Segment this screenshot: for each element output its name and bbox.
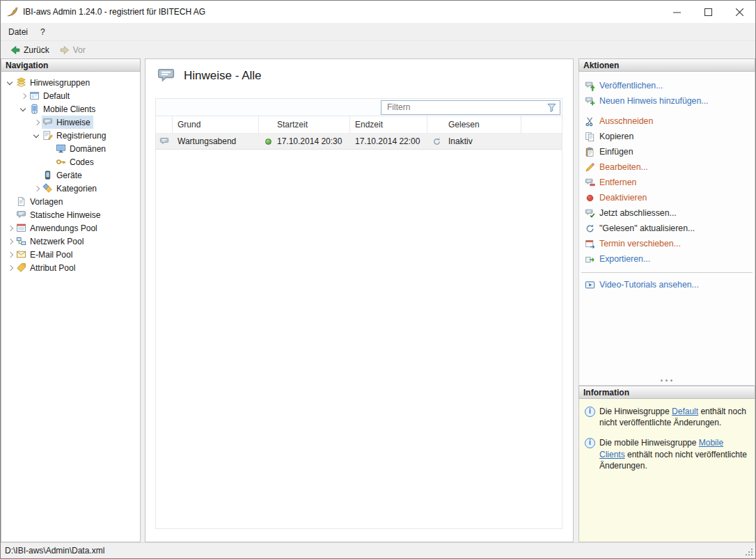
- sidebar-item-netzwerk-pool[interactable]: Netzwerk Pool: [1, 235, 140, 248]
- sidebar-item-vorlagen[interactable]: Vorlagen: [1, 195, 140, 208]
- app-icon: [6, 6, 19, 18]
- attribute-pool-icon: [16, 262, 26, 273]
- chevron-right-icon[interactable]: [19, 90, 29, 102]
- action-entfernen[interactable]: Entfernen: [579, 175, 755, 190]
- maximize-icon: [704, 8, 712, 16]
- close-button[interactable]: [724, 1, 755, 23]
- action-ausschneiden[interactable]: Ausschneiden: [579, 113, 755, 129]
- chevron-right-icon[interactable]: [6, 223, 15, 234]
- copy-icon: [585, 132, 595, 142]
- sidebar-item-registrierung[interactable]: Registrierung: [1, 129, 140, 142]
- sidebar-item-email-pool[interactable]: E-Mail Pool: [1, 248, 140, 261]
- categories-icon: [42, 183, 53, 194]
- navigation-header: Navigation: [1, 58, 141, 72]
- content-panel: Hinweise - Alle Grund Startzeit Endzeit …: [145, 58, 574, 542]
- forward-button[interactable]: Vor: [54, 43, 90, 57]
- actions-header: Aktionen: [578, 58, 755, 72]
- sidebar-item-label: Hinweisgruppen: [30, 78, 90, 88]
- toolbar: Zurück Vor: [1, 40, 755, 58]
- table-row[interactable]: Wartungsabend 17.10.2014 20:30 17.10.201…: [156, 134, 562, 150]
- action-label: Kopieren: [599, 132, 633, 141]
- codes-icon: [56, 157, 66, 167]
- cell-startzeit: 17.10.2014 20:30: [259, 134, 350, 149]
- action-einfuegen[interactable]: Einfügen: [579, 144, 755, 159]
- back-button[interactable]: Zurück: [5, 43, 54, 57]
- chevron-placeholder: [45, 157, 55, 168]
- sidebar-item-domaenen[interactable]: Domänen: [1, 142, 140, 155]
- minimize-button[interactable]: [661, 1, 693, 23]
- hint-groups-icon: [16, 77, 26, 88]
- sidebar-item-anwendungs-pool[interactable]: Anwendungs Pool: [1, 221, 140, 235]
- column-header-grund[interactable]: Grund: [173, 116, 259, 133]
- actions-divider: [581, 272, 753, 273]
- note-prefix: Die Hinweisgruppe: [599, 407, 672, 416]
- sidebar-item-label: Attribut Pool: [30, 263, 75, 273]
- action-termin-verschieben[interactable]: Termin verschieben...: [579, 236, 755, 251]
- menu-datei[interactable]: Datei: [2, 25, 34, 39]
- minimize-icon: [673, 8, 681, 16]
- chevron-down-icon[interactable]: [6, 77, 15, 88]
- action-bearbeiten[interactable]: Bearbeiten...: [579, 159, 755, 175]
- maximize-button[interactable]: [693, 1, 724, 23]
- sidebar-item-statische-hinweise[interactable]: Statische Hinweise: [1, 208, 140, 221]
- deactivate-icon: [585, 193, 595, 203]
- info-icon: [585, 438, 595, 448]
- menu-help[interactable]: ?: [34, 25, 52, 39]
- note-link-default[interactable]: Default: [672, 407, 698, 416]
- action-deaktivieren[interactable]: Deaktivieren: [579, 190, 755, 205]
- sidebar-item-geraete[interactable]: Geräte: [1, 168, 140, 182]
- filter-funnel-icon[interactable]: [546, 102, 557, 113]
- action-label: "Gelesen" aktualisieren...: [599, 223, 695, 233]
- column-header-gelesen[interactable]: Gelesen: [427, 116, 521, 133]
- chevron-right-icon[interactable]: [6, 236, 15, 247]
- column-header-endzeit[interactable]: Endzeit: [350, 116, 427, 133]
- info-note-text: Die mobile Hinweisgruppe Mobile Clients …: [599, 437, 749, 471]
- static-hints-icon: [16, 210, 26, 220]
- sidebar-item-label: Default: [43, 91, 70, 101]
- sidebar-item-attribut-pool[interactable]: Attribut Pool: [1, 261, 140, 274]
- close-icon: [736, 8, 743, 16]
- right-column: Aktionen Veröffentlichen... Neuen Hinwei…: [578, 58, 755, 542]
- column-header-startzeit[interactable]: Startzeit: [259, 116, 350, 133]
- chevron-right-icon[interactable]: [32, 183, 42, 194]
- column-header-icon[interactable]: [156, 116, 173, 133]
- sidebar-item-hinweisgruppen[interactable]: Hinweisgruppen: [1, 76, 140, 89]
- info-icon: [585, 407, 595, 417]
- chevron-down-icon[interactable]: [19, 104, 29, 115]
- sidebar-item-label: Domänen: [70, 144, 106, 154]
- sidebar-item-label: Registrierung: [56, 131, 106, 141]
- network-pool-icon: [16, 236, 26, 246]
- actions-panel: Aktionen Veröffentlichen... Neuen Hinwei…: [578, 58, 755, 386]
- filter-input[interactable]: [381, 100, 560, 115]
- video-icon: [585, 280, 595, 290]
- sidebar-item-label: Codes: [70, 157, 94, 167]
- chevron-down-icon[interactable]: [32, 130, 42, 141]
- action-neuen-hinweis-hinzufuegen[interactable]: Neuen Hinweis hinzufügen...: [579, 93, 755, 109]
- action-jetzt-abschliessen[interactable]: Jetzt abschliessen...: [579, 205, 755, 221]
- sidebar-item-label: Mobile Clients: [43, 104, 95, 114]
- chevron-right-icon[interactable]: [32, 117, 42, 128]
- sidebar-item-kategorien[interactable]: Kategorien: [1, 182, 140, 195]
- action-kopieren[interactable]: Kopieren: [579, 129, 755, 144]
- finish-icon: [585, 208, 595, 219]
- action-label: Ausschneiden: [599, 116, 653, 126]
- panel-splitter-handle[interactable]: [661, 379, 663, 381]
- navigation-panel: Navigation Hinweisgruppen Default Mobile…: [1, 58, 141, 542]
- sidebar-item-hinweise[interactable]: Hinweise: [1, 116, 140, 129]
- resize-grip[interactable]: [751, 549, 753, 550]
- paste-icon: [585, 147, 595, 157]
- chevron-right-icon[interactable]: [6, 262, 15, 274]
- sidebar-item-default[interactable]: Default: [1, 89, 140, 102]
- action-exportieren[interactable]: Exportieren...: [579, 251, 755, 267]
- action-label: Veröffentlichen...: [599, 81, 663, 90]
- sidebar-item-label: E-Mail Pool: [30, 250, 72, 260]
- action-label: Einfügen: [599, 147, 633, 157]
- sidebar-item-mobile-clients[interactable]: Mobile Clients: [1, 102, 140, 116]
- chevron-right-icon[interactable]: [6, 249, 15, 260]
- action-label: Jetzt abschliessen...: [599, 208, 677, 218]
- registration-icon: [42, 130, 53, 141]
- action-video-tutorials[interactable]: Video-Tutorials ansehen...: [579, 277, 755, 292]
- sidebar-item-codes[interactable]: Codes: [1, 155, 140, 168]
- action-veroeffentlichen[interactable]: Veröffentlichen...: [579, 78, 755, 93]
- action-gelesen-aktualisieren[interactable]: "Gelesen" aktualisieren...: [579, 221, 755, 236]
